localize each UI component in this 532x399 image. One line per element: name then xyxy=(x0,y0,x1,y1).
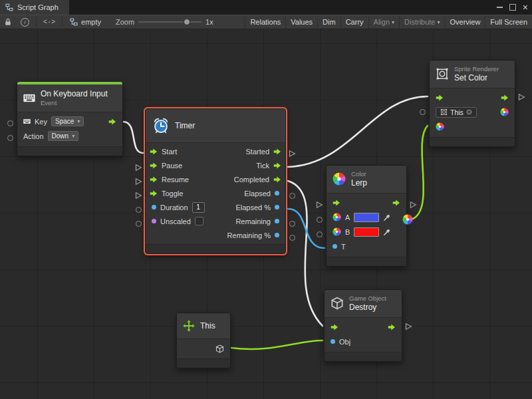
relations-button[interactable]: Relations xyxy=(245,15,285,29)
timer-row-duration-elapsedpct: Duration1 Elapsed % xyxy=(146,200,285,214)
resume-port-outer[interactable] xyxy=(135,178,142,186)
remaining-port-outer[interactable] xyxy=(289,221,295,227)
lock-icon[interactable] xyxy=(0,15,16,29)
node-on-keyboard-input[interactable]: On Keyboard Input Event Key Space▾ Actio… xyxy=(17,81,123,156)
setcolor-color-row xyxy=(430,120,515,134)
destroy-flow-row xyxy=(325,320,402,334)
script-graph-window: Script Graph × i <·> empty Zoom 1x Relat… xyxy=(0,0,532,399)
pause-port[interactable] xyxy=(150,162,158,169)
color-b-swatch[interactable] xyxy=(354,227,379,237)
elapsed-port-outer[interactable] xyxy=(289,193,295,199)
remaining-percent-port[interactable] xyxy=(275,233,279,237)
resume-port[interactable] xyxy=(150,176,158,183)
values-button[interactable]: Values xyxy=(285,15,317,29)
chevron-down-icon: ▾ xyxy=(438,19,440,25)
carry-button[interactable]: Carry xyxy=(340,15,368,29)
flow-output-port[interactable] xyxy=(501,94,509,101)
lerp-flow-row xyxy=(327,196,406,210)
color-result-port[interactable] xyxy=(402,214,413,225)
started-port[interactable] xyxy=(273,148,281,155)
duration-port[interactable] xyxy=(152,205,156,209)
unscaled-checkbox[interactable] xyxy=(195,217,203,225)
flow-output-port[interactable] xyxy=(388,324,396,331)
this-port-outer[interactable] xyxy=(420,109,426,115)
t-label: T xyxy=(341,243,346,251)
flow-input-port[interactable] xyxy=(436,94,444,101)
graph-asset-icon xyxy=(70,18,78,26)
zoom-slider-handle[interactable] xyxy=(184,19,190,25)
gameobject-output-port[interactable] xyxy=(215,344,224,353)
node-color-lerp[interactable]: Color Lerp A B xyxy=(326,165,407,267)
color-a-swatch[interactable] xyxy=(354,213,379,222)
completed-port[interactable] xyxy=(273,176,281,183)
tab-script-graph[interactable]: Script Graph xyxy=(0,0,69,15)
graph-name[interactable]: empty xyxy=(65,18,106,26)
color-input-port[interactable] xyxy=(436,122,444,131)
started-port-outer[interactable] xyxy=(289,150,296,158)
distribute-button[interactable]: Distribute▾ xyxy=(399,15,444,29)
node-title: Timer xyxy=(175,121,195,130)
align-button[interactable]: Align▾ xyxy=(368,15,399,29)
renderer-output-port[interactable] xyxy=(500,108,509,116)
start-port[interactable] xyxy=(150,148,158,155)
flow-input-port-outer[interactable] xyxy=(316,201,323,209)
zoom-slider[interactable] xyxy=(138,17,201,27)
unscaled-port-outer[interactable] xyxy=(136,221,142,227)
action-input-port[interactable] xyxy=(7,135,13,141)
this-object-field[interactable]: This ⊙ xyxy=(436,107,477,118)
remaining-port[interactable] xyxy=(275,219,279,223)
node-footer xyxy=(327,257,406,266)
elapsed-port[interactable] xyxy=(275,191,279,196)
pause-port-outer[interactable] xyxy=(135,164,142,172)
toggle-port-outer[interactable] xyxy=(135,192,142,200)
toolbar-divider xyxy=(36,17,37,27)
flow-input-port[interactable] xyxy=(332,200,340,206)
b-port-outer[interactable] xyxy=(317,231,323,237)
close-icon[interactable]: × xyxy=(523,3,528,12)
overview-button[interactable]: Overview xyxy=(445,15,485,29)
toggle-port[interactable] xyxy=(150,190,158,197)
eyedropper-icon[interactable] xyxy=(383,228,391,236)
lerp-b-row: B xyxy=(327,225,406,239)
duration-port-outer[interactable] xyxy=(136,207,142,213)
flow-output-port[interactable] xyxy=(392,200,400,206)
remaining-percent-port-outer[interactable] xyxy=(289,235,295,241)
info-icon[interactable]: i xyxy=(16,15,34,29)
node-subtitle: Event xyxy=(41,99,108,107)
node-destroy[interactable]: Game Object Destroy Obj xyxy=(324,289,402,362)
chevron-down-icon: ▾ xyxy=(392,19,394,25)
minimize-icon[interactable] xyxy=(497,7,503,8)
move-icon xyxy=(183,320,195,332)
key-input-port[interactable] xyxy=(7,120,13,126)
duration-value-field[interactable]: 1 xyxy=(192,202,205,213)
fullscreen-button[interactable]: Full Screen xyxy=(485,15,532,29)
elapsed-percent-port[interactable] xyxy=(275,205,279,209)
key-dropdown[interactable]: Space▾ xyxy=(51,116,84,126)
node-set-color[interactable]: Sprite Renderer Set Color This ⊙ xyxy=(429,60,515,147)
node-category: Sprite Renderer xyxy=(454,65,499,73)
flow-input-port[interactable] xyxy=(331,324,338,331)
action-dropdown[interactable]: Down▾ xyxy=(48,131,79,141)
lerp-a-row: A xyxy=(327,210,406,225)
maximize-icon[interactable] xyxy=(509,4,516,11)
dim-button[interactable]: Dim xyxy=(317,15,340,29)
timer-row-remainingpct: Remaining % xyxy=(146,228,285,242)
code-view-icon[interactable]: <·> xyxy=(39,15,60,29)
node-this[interactable]: This xyxy=(176,313,231,368)
tick-port[interactable] xyxy=(273,162,281,169)
eyedropper-icon[interactable] xyxy=(383,213,391,221)
timer-row-unscaled-remaining: Unscaled Remaining xyxy=(146,214,285,228)
node-footer xyxy=(177,358,230,368)
timer-row-resume-completed: Resume Completed xyxy=(146,172,285,186)
unscaled-port[interactable] xyxy=(152,219,156,223)
flow-output-port[interactable] xyxy=(108,118,116,125)
node-timer[interactable]: Timer Start Started Pause Tick Resume Co… xyxy=(145,108,286,254)
flow-output-port-outer[interactable] xyxy=(410,201,417,209)
obj-port[interactable] xyxy=(331,339,335,344)
timer-icon xyxy=(152,117,170,134)
t-port[interactable] xyxy=(332,244,337,249)
a-port-outer[interactable] xyxy=(317,217,323,223)
flow-output-port-outer[interactable] xyxy=(518,93,525,101)
flow-output-port-outer[interactable] xyxy=(405,323,412,331)
node-footer xyxy=(17,146,122,156)
